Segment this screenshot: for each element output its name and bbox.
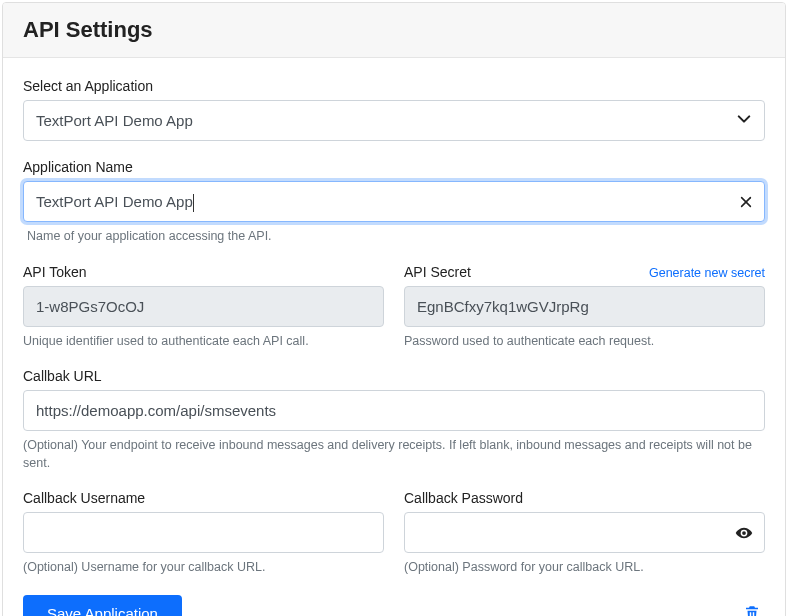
callback-username-label: Callback Username [23,490,384,506]
select-application-wrap: TextPort API Demo App [23,100,765,141]
trash-icon [743,603,761,616]
panel-header: API Settings [3,3,785,58]
application-name-input[interactable]: TextPort API Demo App [23,181,765,222]
actions-row: Save Application [23,595,765,616]
generate-new-secret-link[interactable]: Generate new secret [649,266,765,280]
callback-password-hint: (Optional) Password for your callback UR… [404,559,765,577]
api-token-label: API Token [23,264,384,280]
api-token-input[interactable] [23,286,384,327]
application-name-wrap: TextPort API Demo App [23,181,765,222]
save-application-button[interactable]: Save Application [23,595,182,616]
token-secret-row: API Token Unique identifier used to auth… [23,264,765,351]
callback-url-label: Callbak URL [23,368,765,384]
eye-icon [735,524,753,542]
application-name-group: Application Name TextPort API Demo App N… [23,159,765,246]
callback-username-hint: (Optional) Username for your callback UR… [23,559,384,577]
api-token-group: API Token Unique identifier used to auth… [23,264,384,351]
api-secret-hint: Password used to authenticate each reque… [404,333,765,351]
api-token-hint: Unique identifier used to authenticate e… [23,333,384,351]
clear-input-button[interactable] [739,195,753,209]
select-application-label: Select an Application [23,78,765,94]
callback-username-input[interactable] [23,512,384,553]
callback-password-label: Callback Password [404,490,765,506]
text-cursor [193,194,194,212]
api-secret-group: API Secret Generate new secret Password … [404,264,765,351]
application-name-label: Application Name [23,159,765,175]
application-name-value: TextPort API Demo App [36,193,193,210]
delete-button[interactable] [739,599,765,616]
panel-body: Select an Application TextPort API Demo … [3,58,785,616]
callback-credentials-row: Callback Username (Optional) Username fo… [23,490,765,577]
callback-url-input[interactable] [23,390,765,431]
toggle-password-visibility-button[interactable] [735,524,753,542]
callback-url-hint: (Optional) Your endpoint to receive inbo… [23,437,765,472]
api-secret-input[interactable] [404,286,765,327]
select-application-dropdown[interactable]: TextPort API Demo App [23,100,765,141]
select-application-group: Select an Application TextPort API Demo … [23,78,765,141]
callback-username-group: Callback Username (Optional) Username fo… [23,490,384,577]
callback-password-group: Callback Password (Optional) Password fo… [404,490,765,577]
callback-password-wrap [404,512,765,553]
callback-url-group: Callbak URL (Optional) Your endpoint to … [23,368,765,472]
api-secret-label: API Secret [404,264,471,280]
callback-password-input[interactable] [404,512,765,553]
page-title: API Settings [23,17,765,43]
api-settings-panel: API Settings Select an Application TextP… [2,2,786,616]
select-application-value: TextPort API Demo App [36,112,193,129]
application-name-hint: Name of your application accessing the A… [23,228,765,246]
